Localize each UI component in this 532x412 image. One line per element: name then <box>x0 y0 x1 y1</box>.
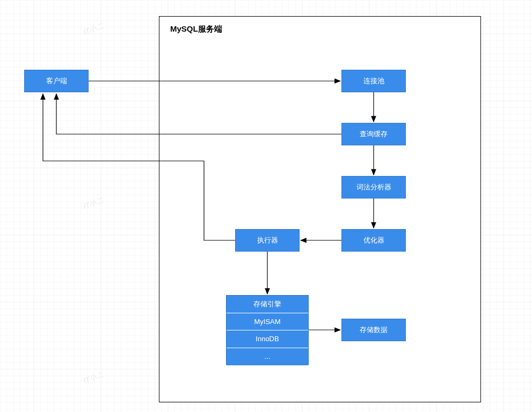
server-box: MySQL服务端 <box>159 16 481 402</box>
node-connection-pool: 连接池 <box>341 70 406 92</box>
node-query-cache: 查询缓存 <box>341 123 406 145</box>
node-optimizer: 优化器 <box>341 229 406 252</box>
node-lexer: 词法分析器 <box>341 176 406 198</box>
node-client: 客户端 <box>24 70 89 92</box>
engine-header: 存储引擎 <box>227 296 308 313</box>
engine-row: MyISAM <box>227 313 308 331</box>
node-storage-data: 存储数据 <box>341 319 406 341</box>
engine-row: ... <box>227 348 308 366</box>
engine-row: InnoDB <box>227 330 308 348</box>
server-title: MySQL服务端 <box>170 24 222 34</box>
engine-stack: 存储引擎 MyISAM InnoDB ... <box>226 295 309 365</box>
node-executor: 执行器 <box>235 229 300 252</box>
